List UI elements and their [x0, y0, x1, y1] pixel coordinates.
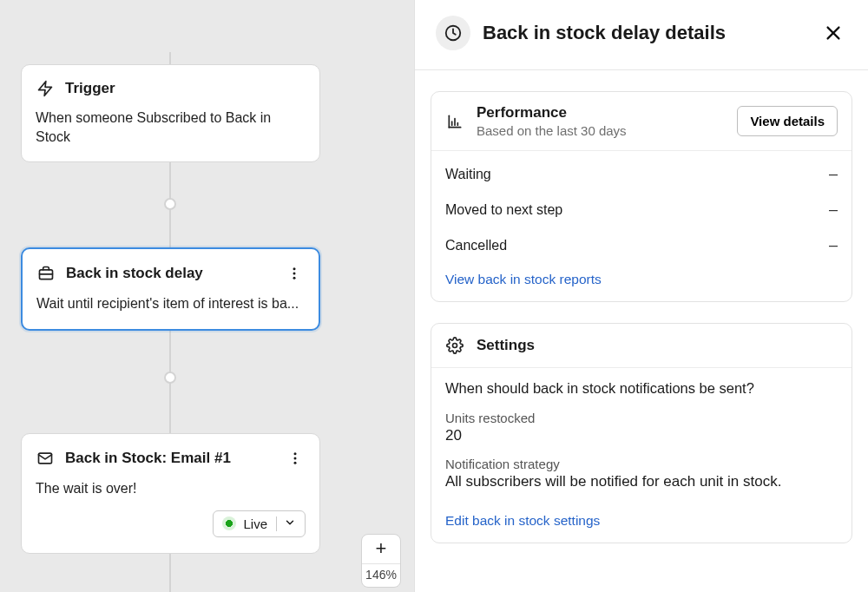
flow-node-email[interactable]: Back in Stock: Email #1 The wait is over…	[21, 433, 320, 554]
briefcase-icon	[36, 264, 56, 283]
edit-settings-link[interactable]: Edit back in stock settings	[431, 510, 614, 543]
view-reports-link[interactable]: View back in stock reports	[431, 268, 615, 301]
metric-row-cancelled: Cancelled –	[431, 227, 852, 263]
flow-node-trigger[interactable]: Trigger When someone Subscribed to Back …	[21, 64, 320, 162]
bar-chart-icon	[445, 112, 464, 131]
zoom-in-button[interactable]: +	[362, 535, 400, 564]
svg-point-7	[294, 457, 297, 460]
metric-value: –	[829, 201, 838, 219]
node-title: Back in stock delay	[66, 265, 273, 282]
svg-point-3	[293, 273, 296, 275]
node-title: Back in Stock: Email #1	[65, 450, 274, 467]
node-menu-button[interactable]	[285, 448, 306, 469]
metric-row-moved: Moved to next step –	[431, 192, 852, 227]
metric-row-waiting: Waiting –	[431, 156, 852, 192]
flow-canvas[interactable]: Trigger When someone Subscribed to Back …	[0, 0, 414, 592]
lightning-icon	[36, 79, 55, 98]
metric-label: Moved to next step	[445, 202, 562, 218]
gear-icon	[445, 336, 464, 355]
section-title: Performance	[477, 104, 725, 122]
settings-question: When should back in stock notifications …	[445, 380, 838, 397]
view-details-button[interactable]: View details	[737, 106, 838, 136]
clock-icon	[436, 16, 470, 50]
connector-dot[interactable]	[164, 372, 176, 384]
zoom-control: + 146%	[361, 534, 401, 588]
metric-value: –	[829, 236, 838, 254]
performance-section: Performance Based on the last 30 days Vi…	[431, 91, 852, 302]
section-subtitle: Based on the last 30 days	[477, 123, 725, 138]
node-title: Trigger	[65, 80, 306, 97]
svg-point-2	[293, 267, 296, 270]
details-panel: Back in stock delay details Performance …	[414, 0, 868, 592]
status-label: Live	[243, 516, 267, 531]
status-dot-icon	[222, 516, 236, 530]
svg-point-17	[453, 344, 457, 348]
notification-strategy-label: Notification strategy	[445, 457, 838, 471]
close-button[interactable]	[819, 19, 847, 47]
flow-node-delay[interactable]: Back in stock delay Wait until recipient…	[21, 247, 320, 331]
node-description: Wait until recipient's item of interest …	[36, 294, 305, 313]
units-restocked-label: Units restocked	[445, 411, 838, 425]
svg-point-8	[294, 462, 297, 464]
svg-point-4	[293, 277, 296, 280]
status-dropdown[interactable]: Live	[213, 510, 306, 537]
svg-point-6	[294, 452, 297, 455]
chevron-down-icon	[276, 516, 296, 531]
metric-value: –	[829, 165, 838, 183]
node-description: When someone Subscribed to Back in Stock	[36, 109, 306, 146]
panel-title: Back in stock delay details	[483, 22, 807, 44]
metric-label: Cancelled	[445, 238, 507, 253]
zoom-level: 146%	[362, 564, 400, 587]
mail-icon	[36, 449, 55, 468]
node-menu-button[interactable]	[284, 263, 305, 284]
metric-label: Waiting	[445, 167, 491, 182]
notification-strategy-value: All subscribers will be notified for eac…	[445, 473, 838, 490]
settings-section: Settings When should back in stock notif…	[431, 323, 852, 543]
connector-dot[interactable]	[164, 198, 176, 210]
svg-marker-0	[39, 82, 52, 96]
node-description: The wait is over!	[36, 479, 306, 498]
units-restocked-value: 20	[445, 427, 838, 444]
section-title: Settings	[477, 337, 838, 354]
